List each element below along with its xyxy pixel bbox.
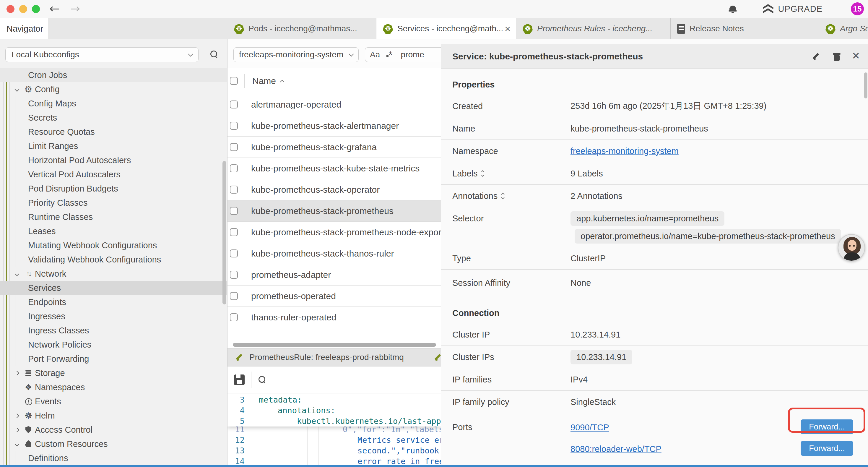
table-row[interactable]: kube-prometheus-stack-alertmanager xyxy=(227,115,441,137)
upgrade-button[interactable]: UPGRADE xyxy=(763,4,823,14)
sidebar-item-ingresses[interactable]: Ingresses xyxy=(0,309,227,323)
forward-arrow-icon[interactable] xyxy=(70,6,80,12)
row-checkbox[interactable] xyxy=(230,313,238,321)
sidebar-item-endpoints[interactable]: Endpoints xyxy=(0,295,227,309)
sidebar-group-config[interactable]: Config xyxy=(0,82,227,96)
sidebar-search-icon[interactable] xyxy=(210,51,218,58)
table-row[interactable]: alertmanager-operated xyxy=(227,94,441,115)
sidebar-item-horizontal-pod-autoscalers[interactable]: Horizontal Pod Autoscalers xyxy=(0,153,227,167)
forward-button[interactable]: Forward... xyxy=(801,441,853,456)
row-checkbox[interactable] xyxy=(230,143,238,151)
sidebar-item-resource-quotas[interactable]: Resource Quotas xyxy=(0,125,227,139)
connection-section-heading: Connection xyxy=(441,296,868,323)
table-row[interactable]: kube-prometheus-stack-operator xyxy=(227,179,441,200)
sidebar-item-ingress-classes[interactable]: Ingress Classes xyxy=(0,323,227,338)
table-row[interactable]: thanos-ruler-operated xyxy=(227,307,441,328)
sidebar-item-services[interactable]: Services xyxy=(0,281,227,295)
row-checkbox[interactable] xyxy=(230,207,238,215)
table-row[interactable]: kube-prometheus-stack-grafana xyxy=(227,137,441,158)
filter-input[interactable]: Aa * prome xyxy=(365,47,441,62)
row-checkbox[interactable] xyxy=(230,292,238,300)
horizontal-scrollbar[interactable] xyxy=(233,343,436,347)
editor-tab-partial[interactable] xyxy=(430,348,441,366)
sort-ascending-icon[interactable] xyxy=(280,80,284,84)
select-all-checkbox[interactable] xyxy=(230,77,238,85)
navigator-tab-label: Navigator xyxy=(6,24,43,34)
sidebar-item-definitions[interactable]: Definitions xyxy=(0,451,227,465)
yaml-editor[interactable]: 11 0","for":"1m","labels":{"service": 12… xyxy=(227,393,441,467)
tab-pods[interactable]: ☸ Pods - icecheng@mathmas... xyxy=(227,18,376,39)
port-link[interactable]: 8080:reloader-web/TCP xyxy=(570,444,661,454)
sidebar-item-namespaces[interactable]: Namespaces xyxy=(0,380,227,394)
tab-argo[interactable]: ☸ Argo Se xyxy=(819,18,868,39)
traffic-light-close[interactable] xyxy=(6,5,14,13)
sidebar-item-leases[interactable]: Leases xyxy=(0,224,227,238)
back-arrow-icon[interactable] xyxy=(50,6,60,12)
sidebar-item-config-maps[interactable]: Config Maps xyxy=(0,96,227,111)
navigator-sidebar: Local Kubeconfigs Cron Jobs Config Confi… xyxy=(0,39,227,467)
sidebar-group-custom-resources[interactable]: Custom Resources xyxy=(0,437,227,451)
table-row-selected[interactable]: kube-prometheus-stack-prometheus xyxy=(227,200,441,222)
save-icon[interactable] xyxy=(234,375,245,385)
editor-tab-prometheusrule[interactable]: PrometheusRule: freeleaps-prod-rabbitmq xyxy=(227,348,430,366)
name-column-header[interactable]: Name xyxy=(252,76,276,86)
sidebar-item-vertical-pod-autoscalers[interactable]: Vertical Pod Autoscalers xyxy=(0,167,227,181)
editor-search-icon[interactable] xyxy=(258,376,266,384)
table-row[interactable]: kube-prometheus-stack-kube-state-metrics xyxy=(227,158,441,179)
traffic-light-zoom[interactable] xyxy=(32,5,40,13)
sidebar-item-runtime-classes[interactable]: Runtime Classes xyxy=(0,210,227,224)
notification-count-badge[interactable]: 15 xyxy=(851,2,864,16)
sidebar-item-events[interactable]: Events xyxy=(0,394,227,408)
traffic-light-minimize[interactable] xyxy=(19,5,27,13)
sidebar-item-mutating-webhook-configurations[interactable]: Mutating Webhook Configurations xyxy=(0,238,227,253)
sidebar-group-helm[interactable]: Helm xyxy=(0,408,227,423)
tab-services[interactable]: ☸ Services - icecheng@math... × xyxy=(376,18,516,39)
row-checkbox[interactable] xyxy=(230,250,238,258)
close-icon[interactable]: × xyxy=(852,49,860,62)
assistant-avatar[interactable] xyxy=(838,234,865,261)
tab-navigator[interactable]: Navigator xyxy=(0,18,48,39)
sidebar-item-pod-disruption-budgets[interactable]: Pod Disruption Budgets xyxy=(0,181,227,196)
regex-toggle[interactable]: * xyxy=(386,50,392,59)
clock-icon xyxy=(24,397,32,406)
sidebar-group-network[interactable]: Network xyxy=(0,267,227,281)
sidebar-item-validating-webhook-configurations[interactable]: Validating Webhook Configurations xyxy=(0,253,227,267)
namespace-selector[interactable]: freeleaps-monitoring-system xyxy=(234,47,359,62)
row-checkbox[interactable] xyxy=(230,164,238,172)
table-row[interactable]: kube-prometheus-stack-thanos-ruler xyxy=(227,243,441,264)
row-checkbox[interactable] xyxy=(230,122,238,130)
sidebar-scrollbar[interactable] xyxy=(222,161,226,304)
port-link[interactable]: 9090/TCP xyxy=(570,423,609,432)
delete-icon[interactable] xyxy=(833,52,841,61)
gear-icon xyxy=(24,85,32,93)
tab-prometheus-rules[interactable]: ☸ Prometheus Rules - icecheng... xyxy=(516,18,671,39)
tab-strip-gap xyxy=(48,18,227,39)
row-checkbox[interactable] xyxy=(230,271,238,279)
labels-expander-icon[interactable] xyxy=(482,171,484,176)
row-checkbox[interactable] xyxy=(230,185,238,194)
sidebar-item-secrets[interactable]: Secrets xyxy=(0,111,227,125)
sidebar-item-limit-ranges[interactable]: Limit Ranges xyxy=(0,139,227,153)
close-tab-icon[interactable]: × xyxy=(505,23,510,35)
table-row[interactable]: kube-prometheus-stack-prometheus-node-ex… xyxy=(227,222,441,243)
sidebar-group-access-control[interactable]: Access Control xyxy=(0,423,227,437)
match-case-toggle[interactable]: Aa xyxy=(370,50,380,59)
tab-release-notes[interactable]: Release Notes xyxy=(671,18,819,39)
row-checkbox[interactable] xyxy=(230,100,238,109)
annotations-expander-icon[interactable] xyxy=(502,193,504,199)
edit-icon[interactable] xyxy=(812,52,821,61)
table-row[interactable]: prometheus-operated xyxy=(227,286,441,307)
row-checkbox[interactable] xyxy=(230,228,238,236)
session-affinity-row: Session Affinity None xyxy=(441,269,868,296)
sidebar-item-cron-jobs[interactable]: Cron Jobs xyxy=(0,68,227,82)
notifications-bell-icon[interactable] xyxy=(728,4,737,13)
namespace-link[interactable]: freeleaps-monitoring-system xyxy=(570,146,679,156)
sidebar-item-network-policies[interactable]: Network Policies xyxy=(0,338,227,352)
table-row[interactable]: prometheus-adapter xyxy=(227,264,441,286)
editor-line: 5 kubectl.kubernetes.io/last-applied-con xyxy=(227,416,441,427)
sidebar-item-port-forwarding[interactable]: Port Forwarding xyxy=(0,352,227,366)
sidebar-item-priority-classes[interactable]: Priority Classes xyxy=(0,196,227,210)
kubeconfig-selector[interactable]: Local Kubeconfigs xyxy=(5,47,198,62)
detail-scrollbar[interactable] xyxy=(864,72,867,98)
sidebar-group-storage[interactable]: Storage xyxy=(0,366,227,380)
